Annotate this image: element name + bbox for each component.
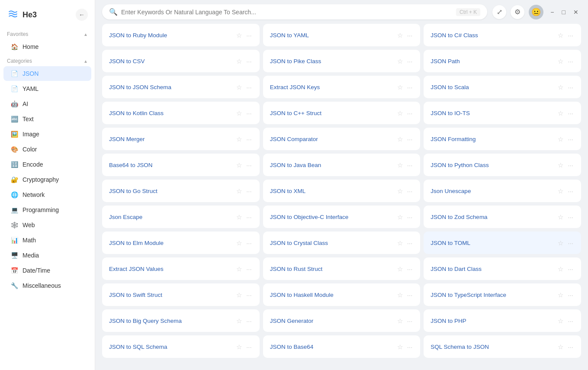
tool-card[interactable]: SQL Schema to JSON ☆ ···	[424, 335, 581, 358]
favorite-button[interactable]: ☆	[396, 57, 404, 65]
more-button[interactable]: ···	[245, 213, 253, 221]
favorite-button[interactable]: ☆	[557, 317, 564, 325]
more-button[interactable]: ···	[567, 161, 574, 169]
tool-card[interactable]: JSON to Objective-C Interface ☆ ···	[263, 206, 421, 228]
share-button[interactable]: ⤢	[492, 5, 506, 19]
sidebar-item-cryptography[interactable]: 🔐 Cryptography	[3, 172, 91, 187]
favorite-button[interactable]: ☆	[235, 31, 243, 39]
favorite-button[interactable]: ☆	[235, 57, 243, 65]
favorite-button[interactable]: ☆	[557, 343, 564, 351]
more-button[interactable]: ···	[406, 343, 414, 351]
favorite-button[interactable]: ☆	[235, 83, 243, 91]
search-input[interactable]	[121, 9, 453, 16]
minimize-button[interactable]: −	[548, 7, 556, 17]
tool-card[interactable]: JSON to C# Class ☆ ···	[424, 24, 581, 46]
more-button[interactable]: ···	[406, 291, 414, 299]
tool-card[interactable]: JSON to Dart Class ☆ ···	[424, 257, 581, 280]
favorite-button[interactable]: ☆	[557, 187, 564, 195]
favorite-button[interactable]: ☆	[557, 31, 564, 39]
favorite-button[interactable]: ☆	[396, 343, 404, 351]
favorite-button[interactable]: ☆	[396, 317, 404, 325]
favorite-button[interactable]: ☆	[235, 109, 243, 117]
more-button[interactable]: ···	[406, 57, 414, 65]
sidebar-item-ai[interactable]: 🤖 AI	[3, 97, 91, 111]
more-button[interactable]: ···	[406, 31, 414, 39]
favorite-button[interactable]: ☆	[235, 265, 243, 273]
tool-card[interactable]: JSON Formatting ☆ ···	[424, 128, 581, 150]
tool-card[interactable]: JSON to Scala ☆ ···	[424, 76, 581, 98]
more-button[interactable]: ···	[245, 265, 253, 273]
tool-card[interactable]: JSON to Go Struct ☆ ···	[102, 180, 260, 202]
more-button[interactable]: ···	[406, 161, 414, 169]
favorite-button[interactable]: ☆	[396, 265, 404, 273]
more-button[interactable]: ···	[245, 109, 253, 117]
tool-card[interactable]: JSON to JSON Schema ☆ ···	[102, 76, 260, 98]
tool-card[interactable]: JSON to TOML ☆ ···	[424, 232, 581, 254]
favorite-button[interactable]: ☆	[557, 265, 564, 273]
more-button[interactable]: ···	[406, 135, 414, 143]
tool-card[interactable]: JSON to Swift Struct ☆ ···	[102, 283, 260, 306]
more-button[interactable]: ···	[245, 317, 253, 325]
favorite-button[interactable]: ☆	[396, 213, 404, 221]
more-button[interactable]: ···	[567, 57, 574, 65]
favorite-button[interactable]: ☆	[396, 109, 404, 117]
more-button[interactable]: ···	[245, 57, 253, 65]
more-button[interactable]: ···	[567, 109, 574, 117]
favorite-button[interactable]: ☆	[557, 213, 564, 221]
more-button[interactable]: ···	[406, 265, 414, 273]
favorite-button[interactable]: ☆	[557, 239, 564, 247]
tool-card[interactable]: JSON to YAML ☆ ···	[263, 24, 421, 46]
tool-card[interactable]: JSON to Elm Module ☆ ···	[102, 232, 260, 254]
back-button[interactable]: ←	[76, 9, 88, 21]
more-button[interactable]: ···	[406, 239, 414, 247]
favorite-button[interactable]: ☆	[396, 239, 404, 247]
tool-card[interactable]: JSON to Pike Class ☆ ···	[263, 50, 421, 72]
favorite-button[interactable]: ☆	[396, 161, 404, 169]
tool-card[interactable]: JSON to Kotlin Class ☆ ···	[102, 102, 260, 124]
tool-card[interactable]: JSON Path ☆ ···	[424, 50, 581, 72]
more-button[interactable]: ···	[406, 213, 414, 221]
more-button[interactable]: ···	[406, 317, 414, 325]
tool-card[interactable]: JSON to Zod Schema ☆ ···	[424, 206, 581, 228]
favorite-button[interactable]: ☆	[396, 83, 404, 91]
sidebar-item-web[interactable]: 🕸️ Web	[3, 218, 91, 232]
more-button[interactable]: ···	[567, 31, 574, 39]
tool-card[interactable]: JSON to Rust Struct ☆ ···	[263, 257, 421, 280]
settings-button[interactable]: ⚙	[511, 5, 524, 19]
more-button[interactable]: ···	[567, 213, 574, 221]
tool-card[interactable]: JSON to Base64 ☆ ···	[263, 335, 421, 358]
tool-card[interactable]: Extract JSON Keys ☆ ···	[263, 76, 421, 98]
favorite-button[interactable]: ☆	[557, 135, 564, 143]
sidebar-item-text[interactable]: 🔤 Text	[3, 112, 91, 126]
tool-card[interactable]: JSON to Big Query Schema ☆ ···	[102, 309, 260, 332]
more-button[interactable]: ···	[406, 83, 414, 91]
favorite-button[interactable]: ☆	[557, 109, 564, 117]
avatar[interactable]: 😐	[529, 5, 543, 19]
tool-card[interactable]: JSON to Crystal Class ☆ ···	[263, 232, 421, 254]
tool-card[interactable]: JSON to CSV ☆ ···	[102, 50, 260, 72]
sidebar-item-media[interactable]: 🖥️ Media	[3, 248, 91, 263]
favorite-button[interactable]: ☆	[557, 57, 564, 65]
more-button[interactable]: ···	[567, 265, 574, 273]
favorite-button[interactable]: ☆	[235, 291, 243, 299]
tool-card[interactable]: JSON Generator ☆ ···	[263, 309, 421, 332]
more-button[interactable]: ···	[567, 135, 574, 143]
tool-card[interactable]: JSON Merger ☆ ···	[102, 128, 260, 150]
favorite-button[interactable]: ☆	[235, 135, 243, 143]
more-button[interactable]: ···	[245, 83, 253, 91]
favorite-button[interactable]: ☆	[396, 135, 404, 143]
close-button[interactable]: ✕	[571, 7, 581, 17]
more-button[interactable]: ···	[567, 239, 574, 247]
sidebar-item-home[interactable]: 🏠 Home	[3, 39, 91, 54]
sidebar-item-color[interactable]: 🎨 Color	[3, 142, 91, 157]
sidebar-item-network[interactable]: 🌐 Network	[3, 187, 91, 202]
sidebar-item-json[interactable]: 📄 JSON	[3, 66, 91, 81]
favorite-button[interactable]: ☆	[396, 31, 404, 39]
more-button[interactable]: ···	[245, 187, 253, 195]
tool-card[interactable]: JSON to IO-TS ☆ ···	[424, 102, 581, 124]
tool-card[interactable]: JSON to C++ Struct ☆ ···	[263, 102, 421, 124]
tool-card[interactable]: JSON to Haskell Module ☆ ···	[263, 283, 421, 306]
tool-card[interactable]: JSON to PHP ☆ ···	[424, 309, 581, 332]
tool-card[interactable]: JSON Comparator ☆ ···	[263, 128, 421, 150]
more-button[interactable]: ···	[567, 317, 574, 325]
